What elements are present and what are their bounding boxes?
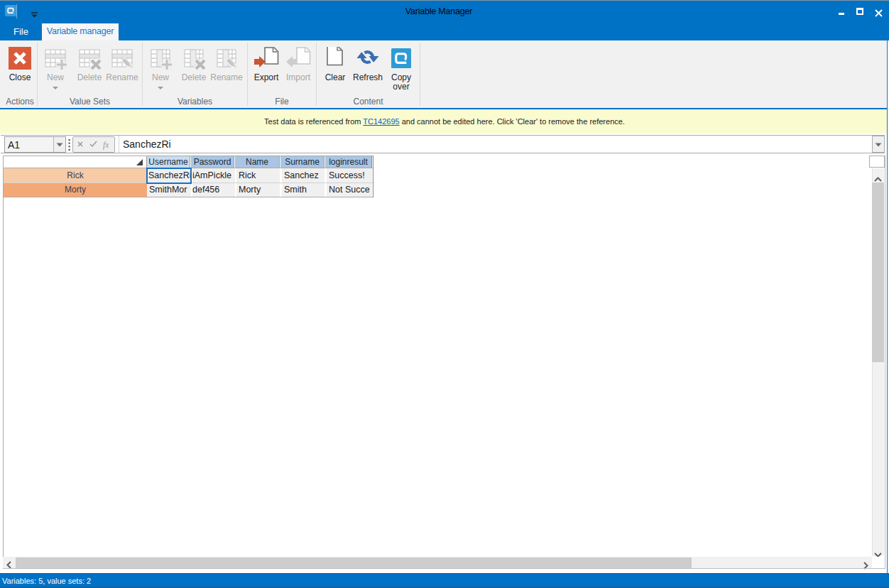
svg-text:fx: fx — [103, 141, 109, 150]
